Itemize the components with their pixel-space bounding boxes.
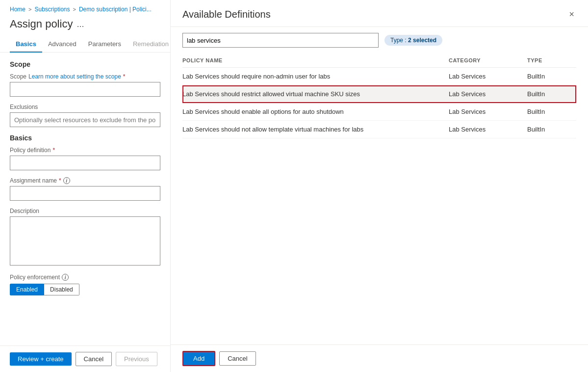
assignment-name-input[interactable] [10, 186, 160, 201]
available-definitions-title: Available Definitions [182, 9, 271, 20]
right-bottom-bar: Add Cancel [171, 345, 588, 372]
type-cell: BuiltIn [527, 68, 576, 85]
policy-enforcement-info-icon[interactable]: i [62, 274, 69, 281]
scope-field-group: Scope Learn more about setting the scope… [10, 73, 160, 97]
type-cell: BuiltIn [527, 121, 576, 138]
breadcrumb: Home > Subscriptions > Demo subscription… [0, 0, 170, 16]
breadcrumb-sep2: > [73, 6, 76, 12]
policy-definition-group: Policy definition * [10, 147, 160, 170]
scope-input[interactable] [10, 82, 160, 97]
right-header: Available Definitions × [171, 0, 588, 27]
search-input[interactable] [182, 33, 379, 48]
table-row[interactable]: Lab Services should not allow template v… [182, 121, 576, 138]
ellipsis-menu[interactable]: ... [77, 19, 84, 29]
previous-button: Previous [116, 352, 157, 366]
table-row[interactable]: Lab Services should enable all options f… [182, 103, 576, 121]
scope-label: Scope Learn more about setting the scope… [10, 73, 160, 80]
policy-enforcement-section: Policy enforcement i Enabled Disabled [10, 274, 160, 295]
col-category: CATEGORY [449, 53, 527, 68]
definitions-table: POLICY NAME CATEGORY TYPE Lab Services s… [182, 53, 576, 138]
policy-definition-label: Policy definition * [10, 147, 160, 154]
col-type: TYPE [527, 53, 576, 68]
policy-name-cell: Lab Services should enable all options f… [182, 103, 449, 121]
assignment-name-group: Assignment name * i [10, 177, 160, 201]
toggle-disabled[interactable]: Disabled [44, 284, 79, 295]
tab-parameters[interactable]: Parameters [82, 36, 127, 53]
policy-name-cell: Lab Services should not allow template v… [182, 121, 449, 138]
table-row[interactable]: Lab Services should restrict allowed vir… [182, 85, 576, 103]
table-header-row: POLICY NAME CATEGORY TYPE [182, 53, 576, 68]
type-filter-badge[interactable]: Type : 2 selected [384, 35, 442, 46]
category-cell: Lab Services [449, 85, 527, 103]
policy-definition-input[interactable] [10, 156, 160, 170]
policy-def-required: * [52, 147, 55, 154]
type-cell: BuiltIn [527, 85, 576, 103]
type-badge-label: Type : [390, 37, 408, 44]
breadcrumb-demo[interactable]: Demo subscription | Polici... [79, 6, 152, 13]
breadcrumb-sep1: > [28, 6, 31, 12]
toggle-enabled[interactable]: Enabled [10, 284, 44, 295]
left-bottom-bar: Review + create Cancel Previous [0, 345, 170, 372]
tab-basics[interactable]: Basics [10, 36, 42, 53]
description-group: Description [10, 208, 160, 267]
policy-enforcement-label: Policy enforcement i [10, 274, 160, 281]
assignment-required: * [59, 177, 61, 184]
category-cell: Lab Services [449, 121, 527, 138]
basics-section-title: Basics [10, 134, 160, 142]
description-textarea[interactable] [10, 216, 160, 266]
breadcrumb-subscriptions[interactable]: Subscriptions [34, 6, 70, 13]
category-cell: Lab Services [449, 68, 527, 85]
definitions-table-container: POLICY NAME CATEGORY TYPE Lab Services s… [171, 53, 588, 345]
type-badge-value: 2 selected [408, 37, 436, 44]
type-cell: BuiltIn [527, 103, 576, 121]
policy-name-cell: Lab Services should restrict allowed vir… [182, 85, 449, 103]
description-label: Description [10, 208, 160, 214]
policy-enforcement-toggle: Enabled Disabled [10, 284, 160, 295]
assign-policy-title: Assign policy [10, 18, 73, 30]
exclusions-field-group: Exclusions [10, 104, 160, 127]
left-content: Scope Scope Learn more about setting the… [0, 53, 170, 345]
cancel-button-right[interactable]: Cancel [219, 351, 256, 366]
learn-more-scope[interactable]: Learn more about setting the scope [28, 73, 121, 80]
assignment-name-info-icon[interactable]: i [63, 177, 70, 184]
breadcrumb-home[interactable]: Home [10, 6, 26, 13]
cancel-button-left[interactable]: Cancel [76, 352, 112, 366]
category-cell: Lab Services [449, 103, 527, 121]
col-policy-name: POLICY NAME [182, 53, 449, 68]
scope-section-title: Scope [10, 60, 160, 68]
add-button[interactable]: Add [182, 351, 215, 366]
assignment-name-label: Assignment name * i [10, 177, 160, 184]
exclusions-label: Exclusions [10, 104, 160, 110]
review-create-button[interactable]: Review + create [10, 352, 72, 366]
search-bar: Type : 2 selected [171, 27, 588, 53]
right-panel: Available Definitions × Type : 2 selecte… [171, 0, 588, 372]
scope-required: * [123, 73, 126, 80]
page-title: Assign policy ... [0, 16, 170, 36]
search-input-wrap [182, 33, 379, 48]
close-button[interactable]: × [567, 8, 576, 21]
exclusions-input[interactable] [10, 112, 160, 127]
tab-remediation[interactable]: Remediation [127, 36, 175, 53]
left-panel: Home > Subscriptions > Demo subscription… [0, 0, 171, 372]
tab-advanced[interactable]: Advanced [42, 36, 82, 53]
policy-name-cell: Lab Services should require non-admin us… [182, 68, 449, 85]
tabs-bar: Basics Advanced Parameters Remediation [0, 36, 170, 53]
table-row[interactable]: Lab Services should require non-admin us… [182, 68, 576, 85]
